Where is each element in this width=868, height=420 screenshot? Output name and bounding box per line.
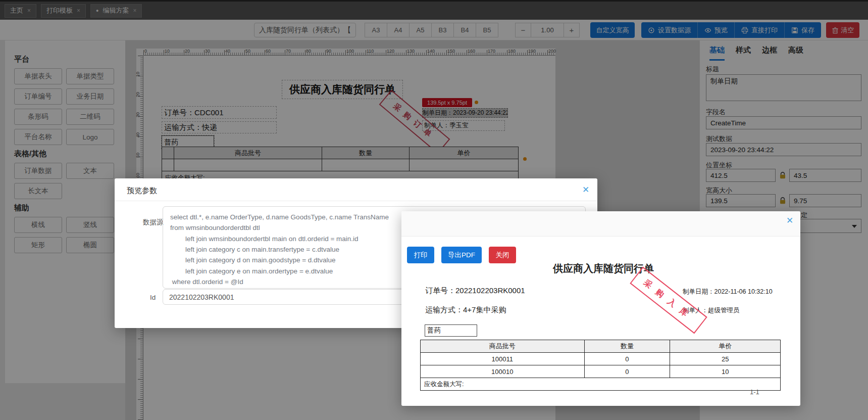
preview-table-footer: 应收金额大写: [421,378,781,391]
dialog-header [401,211,800,237]
preview-table-row: 100011025 [421,353,781,365]
preview-stamp: 采购入库 [630,267,707,334]
preview-col-header: 商品批号 [421,340,585,353]
preview-doc-title: 供应商入库随货同行单 [419,262,788,275]
close-button[interactable]: 关闭 [489,247,516,263]
app-root: 主页×打印模板×●编辑方案× A3A4A5B3B4B5 − + 自定义宽高 设置… [0,0,868,420]
preview-order-no: 订单号：2022102203RK0001 [425,286,525,296]
preview-footer-cell: 应收金额大写: [421,378,781,391]
preview-table-cell: 100011 [421,353,585,365]
preview-table-row: 100010010 [421,365,781,378]
dialog-divider [115,201,597,201]
print-preview-dialog: ✕ 打印 导出PDF 关闭 供应商入库随货同行单 订单号：2022102203R… [401,211,800,406]
preview-transport: 运输方式：4+7集中采购 [425,305,506,315]
preview-table-header-row: 商品批号 数量 单价 [421,340,781,353]
preview-col-header: 单价 [670,340,781,353]
preview-table-cell: 10 [670,365,781,378]
preview-table-cell: 0 [584,365,670,378]
page-indicator: 1-1 [750,388,759,396]
close-icon[interactable]: ✕ [786,216,793,225]
print-button[interactable]: 打印 [407,247,434,263]
preview-table: 商品批号 数量 单价 100011025100010010 应收金额大写: [420,340,781,391]
preview-table-cell: 0 [584,353,670,365]
preview-table-cell: 100010 [421,365,585,378]
datasource-label: 数据源 [143,218,164,227]
export-pdf-button[interactable]: 导出PDF [441,247,482,263]
preview-goods-type: 普药 [425,324,477,337]
dialog-title: 预览参数 [127,186,157,196]
preview-table-cell: 25 [670,353,781,365]
id-label: Id [150,294,156,301]
preview-make-date: 制单日期：2022-11-06 10:32:10 [683,288,773,296]
preview-col-header: 数量 [584,340,670,353]
close-icon[interactable]: ✕ [582,185,589,194]
